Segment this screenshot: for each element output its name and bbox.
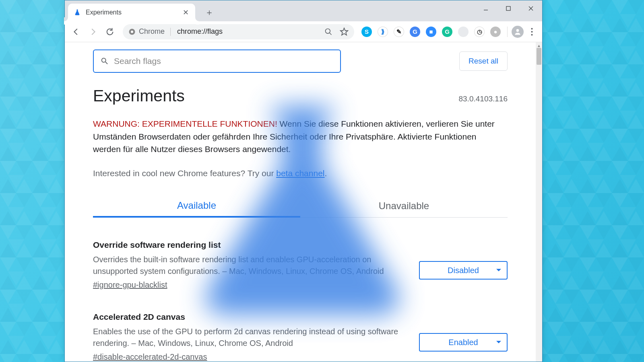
svg-point-6 bbox=[326, 29, 330, 33]
svg-point-9 bbox=[516, 29, 519, 32]
back-button[interactable] bbox=[68, 24, 84, 40]
grammarly-icon[interactable]: G bbox=[442, 27, 452, 37]
svg-rect-1 bbox=[506, 6, 510, 10]
chrome-icon bbox=[128, 28, 136, 35]
close-icon[interactable]: ✕ bbox=[182, 8, 190, 17]
flag-select[interactable]: Disabled bbox=[419, 261, 508, 280]
chat-icon[interactable]: ● bbox=[490, 27, 501, 37]
tab-title: Experiments bbox=[86, 9, 177, 16]
beta-pre: Interested in cool new Chrome features? … bbox=[93, 169, 276, 178]
new-tab-button[interactable]: ＋ bbox=[202, 6, 216, 19]
profile-button[interactable] bbox=[512, 26, 524, 38]
warning-text: WARNUNG: EXPERIMENTELLE FUNKTIONEN! Wenn… bbox=[93, 117, 495, 156]
svg-point-12 bbox=[531, 34, 533, 35]
flag-description: Overrides the built-in software renderin… bbox=[93, 254, 399, 277]
address-bar[interactable]: Chrome chrome://flags bbox=[123, 24, 354, 39]
forward-button[interactable] bbox=[85, 24, 101, 40]
page-title: Experiments bbox=[93, 86, 185, 105]
svg-point-11 bbox=[531, 31, 533, 33]
minimize-button[interactable] bbox=[475, 0, 497, 16]
bookmark-star-icon[interactable] bbox=[340, 27, 349, 36]
flag-title: Accelerated 2D canvas bbox=[93, 312, 407, 322]
search-flags-input-wrapper[interactable] bbox=[93, 49, 341, 73]
clock-icon[interactable]: ◷ bbox=[474, 27, 485, 37]
close-window-button[interactable] bbox=[520, 0, 542, 16]
beta-text: Interested in cool new Chrome features? … bbox=[93, 169, 508, 178]
cast-icon[interactable]: ⟫ bbox=[378, 27, 388, 37]
reset-all-button[interactable]: Reset all bbox=[459, 51, 508, 71]
beta-channel-link[interactable]: beta channel bbox=[276, 169, 324, 178]
flag-hash-link[interactable]: #ignore-gpu-blacklist bbox=[93, 280, 167, 290]
search-icon bbox=[100, 57, 109, 66]
beta-post: . bbox=[325, 169, 327, 178]
flask-icon bbox=[74, 9, 81, 16]
placeholder-icon[interactable] bbox=[458, 27, 469, 37]
skype-icon[interactable]: S bbox=[361, 27, 372, 37]
browser-tab[interactable]: Experiments ✕ bbox=[68, 4, 195, 21]
svg-point-5 bbox=[131, 31, 133, 33]
titlebar: Experiments ✕ ＋ bbox=[65, 0, 542, 21]
warning-prefix: WARNUNG: EXPERIMENTELLE FUNKTIONEN! bbox=[93, 119, 277, 128]
tab-available[interactable]: Available bbox=[93, 195, 300, 218]
flag-hash-link[interactable]: #disable-accelerated-2d-canvas bbox=[93, 352, 207, 362]
zoom-icon[interactable]: ■ bbox=[426, 27, 436, 37]
kebab-menu-button[interactable] bbox=[524, 25, 539, 39]
translate-icon[interactable]: G bbox=[410, 27, 420, 37]
colorpicker-icon[interactable]: ✎ bbox=[394, 27, 404, 37]
content-area: Reset all Experiments 83.0.4103.116 WARN… bbox=[65, 42, 542, 362]
site-chip-label: Chrome bbox=[139, 27, 165, 36]
browser-window: Experiments ✕ ＋ Chrome chrome://flags bbox=[64, 0, 543, 362]
flag-item: Override software rendering list Overrid… bbox=[93, 240, 508, 290]
flag-select[interactable]: Enabled bbox=[419, 333, 508, 352]
tabs-row: Available Unavailable bbox=[93, 195, 508, 218]
svg-marker-8 bbox=[341, 28, 348, 35]
flag-description: Enables the use of the GPU to perform 2d… bbox=[93, 326, 399, 349]
flags-list: Override software rendering list Overrid… bbox=[93, 240, 508, 362]
search-flags-input[interactable] bbox=[114, 56, 334, 66]
window-controls bbox=[475, 0, 542, 16]
page-body: Reset all Experiments 83.0.4103.116 WARN… bbox=[65, 42, 536, 362]
toolbar-separator bbox=[507, 27, 508, 37]
scrollbar-track[interactable]: ▲ bbox=[536, 42, 542, 362]
flag-item: Accelerated 2D canvas Enables the use of… bbox=[93, 312, 508, 362]
site-chip: Chrome bbox=[128, 27, 173, 36]
url-text: chrome://flags bbox=[177, 27, 223, 36]
svg-point-10 bbox=[531, 28, 533, 29]
scrollbar-thumb[interactable] bbox=[537, 48, 541, 65]
toolbar: Chrome chrome://flags S⟫✎G■G◷● bbox=[65, 21, 542, 42]
reload-button[interactable] bbox=[102, 24, 118, 40]
tab-unavailable[interactable]: Unavailable bbox=[300, 195, 508, 217]
extensions-area: S⟫✎G■G◷● bbox=[359, 27, 503, 37]
flag-title: Override software rendering list bbox=[93, 240, 407, 250]
version-label: 83.0.4103.116 bbox=[458, 95, 508, 103]
maximize-button[interactable] bbox=[497, 0, 520, 16]
svg-line-7 bbox=[330, 33, 332, 35]
zoom-icon[interactable] bbox=[324, 28, 332, 36]
